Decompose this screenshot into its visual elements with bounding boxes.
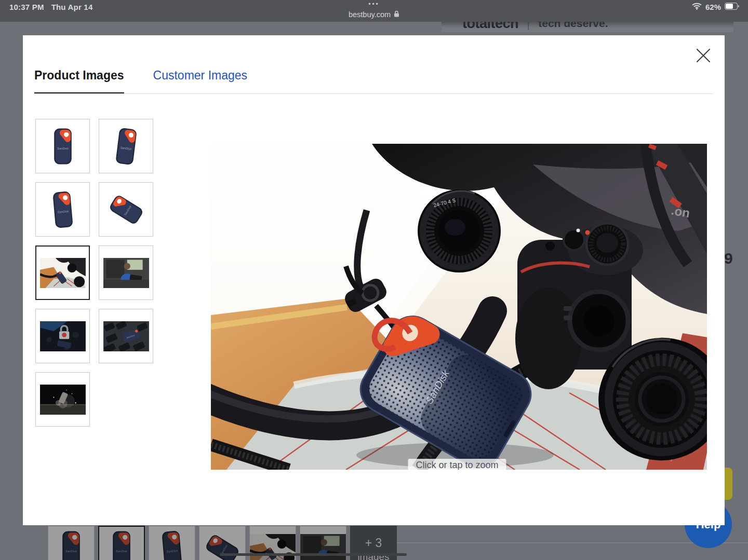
tab-customer-images[interactable]: Customer Images [153, 69, 248, 94]
horizontal-scrollbar [220, 553, 407, 556]
svg-text:SanDisk: SanDisk [57, 146, 69, 149]
status-time-date: 10:37 PM Thu Apr 14 [9, 3, 92, 11]
screen: 10:37 PM Thu Apr 14 ••• bestbuy.com 62% … [0, 0, 748, 560]
product-thumbnail-6[interactable] [99, 245, 153, 300]
tabs-divider [34, 93, 713, 94]
product-thumbnail-8[interactable]: SanDisk [99, 309, 153, 363]
url-text: bestbuy.com [349, 10, 391, 19]
wifi-icon [692, 3, 702, 11]
bg-thumbnail-2: SanDisk [98, 526, 145, 560]
status-bar: 10:37 PM Thu Apr 14 ••• bestbuy.com 62% [0, 0, 748, 22]
svg-text:SanDisk: SanDisk [116, 550, 128, 553]
thumbnail-grid: SanDiskSanDiskSanDiskSanDiskSanDisk [35, 119, 153, 427]
bg-thumbnail-3: SanDisk [149, 526, 195, 560]
tab-product-images[interactable]: Product Images [34, 69, 124, 94]
image-gallery-modal: Product Images Customer Images SanDiskSa… [23, 35, 725, 525]
svg-text:SanDisk: SanDisk [65, 550, 77, 553]
product-hero-image[interactable]: .on 24-70 4 S [211, 144, 707, 470]
battery-icon [725, 3, 740, 11]
more-images-count: + 3 [365, 536, 382, 550]
hero-photo-illustration: .on 24-70 4 S [211, 144, 707, 470]
zoom-hint: Click or tap to zoom [408, 459, 506, 470]
close-icon[interactable] [696, 48, 711, 63]
status-time: 10:37 PM [9, 3, 44, 11]
bg-thumbnail-1: SanDisk [48, 526, 95, 560]
status-date: Thu Apr 14 [51, 3, 93, 11]
product-thumbnail-3[interactable]: SanDisk [35, 182, 90, 237]
page-dots-icon: ••• [368, 1, 380, 8]
address-bar[interactable]: bestbuy.com [349, 10, 399, 19]
status-right: 62% [692, 3, 740, 11]
gallery-tabs: Product Images Customer Images [34, 69, 247, 94]
hero-lens-front: 24-70 4 S [418, 189, 501, 272]
product-thumbnail-4[interactable]: SanDisk [99, 182, 153, 237]
battery-percent: 62% [705, 3, 721, 11]
product-thumbnail-9[interactable] [35, 372, 90, 427]
price-fragment: 9 [724, 250, 733, 267]
product-thumbnail-7[interactable] [35, 309, 90, 363]
product-thumbnail-2[interactable]: SanDisk [99, 119, 153, 173]
lock-icon [394, 10, 399, 19]
product-thumbnail-5[interactable] [35, 245, 90, 300]
product-thumbnail-1[interactable]: SanDisk [35, 119, 90, 173]
